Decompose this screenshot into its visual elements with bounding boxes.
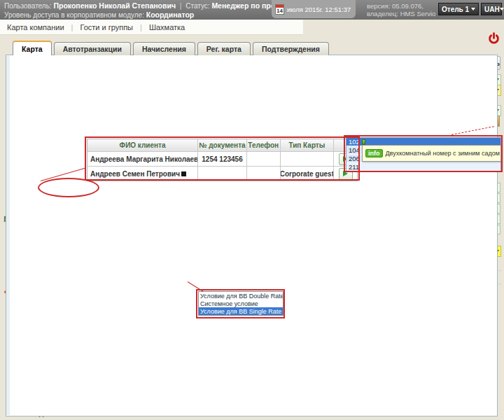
calendar-icon: 14	[275, 4, 284, 15]
contract-options-popup: Условие для BB Double Rate Системное усл…	[198, 291, 284, 316]
hms-booking-screen: Пользователь: Прокопенко Николай Степано…	[0, 0, 504, 420]
currency-select-value: UAH	[484, 6, 500, 13]
menu-item-chessboard[interactable]: Шахматка	[142, 23, 192, 31]
tab-reg-card[interactable]: Рег. карта	[197, 42, 251, 55]
client-phone-cell	[246, 152, 280, 166]
status-label: Статус:	[186, 2, 209, 10]
table-row[interactable]: Андреева Маргарита Николаевна 1254 12345…	[88, 151, 357, 166]
tab-autotransactions[interactable]: Автотранзакции	[54, 42, 131, 55]
tab-card[interactable]: Карта	[13, 41, 52, 55]
hotel-select[interactable]: Отель 1	[438, 3, 479, 15]
client-name-cell: Андреева Маргарита Николаевна	[88, 152, 197, 166]
contract-option[interactable]: Условие для BB Double Rate	[199, 292, 283, 300]
date-time-text: июля 2015г. 12:51:37	[287, 6, 351, 13]
menu-item-company-card[interactable]: Карта компании	[0, 23, 71, 31]
version-text: версия: 05.09.076,	[367, 2, 435, 10]
hotel-select-value: Отель 1	[442, 6, 469, 13]
owner-text: владелец: HMS Servio	[367, 10, 435, 18]
col-header-document: № документа	[197, 139, 246, 151]
room-status-icon	[362, 139, 365, 145]
content-panel	[6, 55, 498, 416]
contract-option-selected[interactable]: Условие для BB Single Rate	[199, 307, 283, 315]
contract-option[interactable]: Системное условие	[199, 300, 283, 307]
user-value: Прокопенко Николай Степанович	[53, 1, 176, 10]
room-option[interactable]: 211	[346, 163, 500, 172]
chevron-down-icon	[500, 8, 504, 10]
client-document-cell: 1254 123456	[197, 152, 246, 166]
access-label: Уровень доступа в корпоративном модуле:	[4, 11, 144, 19]
room-tooltip: info Двухкомнатный номер с зимним садом	[362, 145, 501, 162]
main-menu: Карта компании | Гости и группы | Шахмат…	[0, 20, 303, 35]
user-label: Пользователь:	[4, 2, 52, 10]
client-flag-icon	[181, 172, 186, 176]
clients-table-header: ФИО клиента № документа Телефон Тип Карт…	[88, 139, 357, 151]
client-name-cell: Андреев Семен Петрович	[88, 167, 197, 181]
calendar-day: 14	[276, 8, 284, 15]
client-phone-cell	[246, 167, 280, 181]
table-row[interactable]: Андреев Семен Петрович Corporate guest	[88, 166, 357, 181]
col-header-phone: Телефон	[246, 139, 280, 151]
date-badge: 14 июля 2015г. 12:51:37	[272, 0, 356, 18]
access-value: Координатор	[146, 10, 195, 19]
col-header-name: ФИО клиента	[88, 139, 197, 151]
info-badge: info	[365, 149, 383, 158]
tab-confirmations[interactable]: Подтверждения	[253, 42, 329, 55]
col-header-card-type: Тип Карты	[280, 139, 334, 151]
room-tooltip-text: Двухкомнатный номер с зимним садом	[386, 150, 500, 157]
card-tabs: Карта Автотранзакции Начисления Рег. кар…	[13, 39, 329, 55]
client-card-type-cell: Corporate guest	[280, 167, 334, 181]
logout-power-button[interactable]	[487, 32, 500, 47]
user-status-line: Пользователь: Прокопенко Николай Степано…	[4, 1, 307, 10]
client-card-type-cell	[280, 152, 334, 166]
currency-select[interactable]: UAH	[481, 3, 502, 15]
separator: |	[178, 2, 184, 10]
menu-item-guests-groups[interactable]: Гости и группы	[73, 23, 140, 31]
top-bar: Пользователь: Прокопенко Николай Степано…	[0, 0, 504, 20]
access-line: Уровень доступа в корпоративном модуле: …	[4, 10, 194, 19]
power-icon	[487, 32, 500, 46]
tab-charges[interactable]: Начисления	[133, 42, 195, 55]
chevron-down-icon	[471, 8, 475, 10]
client-document-cell	[197, 167, 246, 181]
version-info: версия: 05.09.076, владелец: HMS Servio	[367, 2, 435, 18]
clients-table: ФИО клиента № документа Телефон Тип Карт…	[87, 139, 358, 181]
panel-left-strip	[6, 56, 10, 415]
